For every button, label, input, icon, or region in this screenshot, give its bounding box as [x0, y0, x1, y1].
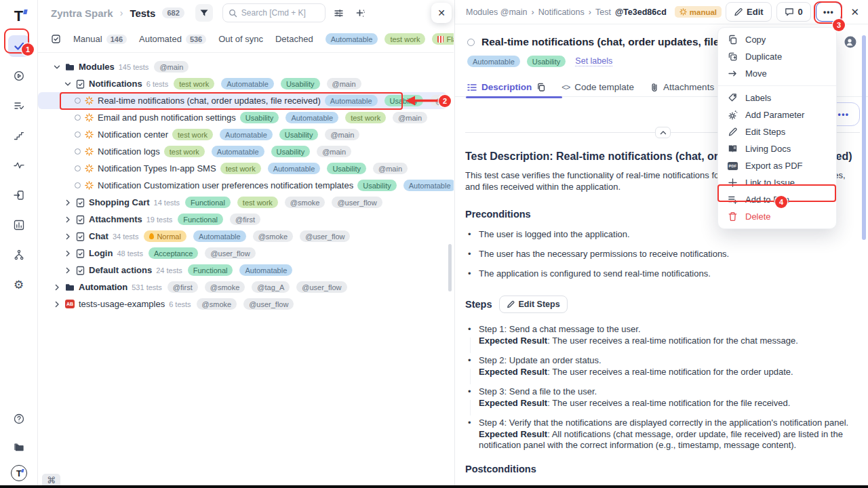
- tree-row-default-actions[interactable]: Default actions 24 tests FunctionalAutom…: [38, 262, 454, 279]
- edit-button[interactable]: Edit: [726, 2, 772, 22]
- sliders-icon: [334, 8, 344, 18]
- tree-row-email-push-settings[interactable]: Email and push notification settings Usa…: [38, 109, 454, 126]
- help-button[interactable]: [8, 408, 30, 430]
- detail-breadcrumb: Modules @main › Notifications › Test @Te…: [466, 7, 667, 17]
- menu-item-duplicate[interactable]: Duplicate: [718, 48, 836, 65]
- search-box[interactable]: [222, 3, 326, 22]
- select-check-icon: [51, 34, 61, 44]
- menu-item-labels[interactable]: Labels: [718, 89, 836, 106]
- tree-row-shopping-cart[interactable]: Shopping Cart 14 tests Functionaltest wo…: [38, 194, 454, 211]
- chevron-right-icon[interactable]: [53, 300, 61, 308]
- tree-row-notification-customization[interactable]: Notification Customization user preferen…: [38, 177, 454, 194]
- menu-item-delete[interactable]: Delete: [718, 208, 836, 225]
- left-scrollbar-thumb[interactable]: [448, 244, 452, 291]
- cmd-key-badge: ⌘: [42, 474, 60, 486]
- tree-row-login[interactable]: Login 48 tests Acceptance@user_flow: [38, 245, 454, 262]
- breadcrumb-notifications[interactable]: Notifications: [538, 7, 585, 17]
- chip--main: @main: [373, 163, 408, 174]
- tree-row-notification-types[interactable]: Notification Types In-app SMS test workA…: [38, 160, 454, 177]
- breadcrumb-modules[interactable]: Modules @main: [466, 7, 528, 17]
- tree-row-chat[interactable]: Chat 34 tests NormalAutomatable@smoke@us…: [38, 228, 454, 245]
- parameter-gear-icon: [728, 110, 738, 120]
- chip-automatable: Automatable: [193, 230, 246, 242]
- view-settings-button[interactable]: [331, 5, 347, 21]
- menu-item-move[interactable]: Move: [718, 65, 836, 82]
- tree-row-modules[interactable]: Modules 145 tests @main: [38, 58, 454, 75]
- app-logo-icon[interactable]: T: [8, 5, 30, 27]
- tab-code-template[interactable]: <> Code template: [561, 82, 634, 92]
- tree-row-notification-logs[interactable]: Notification logs test workAutomatableUs…: [38, 143, 454, 160]
- workspace-avatar[interactable]: T: [11, 465, 27, 481]
- sidebar-item-requirements[interactable]: [8, 184, 30, 206]
- create-with-ai-button[interactable]: [353, 5, 369, 21]
- status-circle-icon[interactable]: [467, 39, 475, 46]
- tree-row-notification-center[interactable]: Notification center test workAutomatable…: [38, 126, 454, 143]
- tab-attachments[interactable]: Attachments: [650, 82, 714, 92]
- tag-icon: [728, 93, 738, 103]
- left-icon-rail: T ⚙: [0, 0, 38, 488]
- copy-icon[interactable]: [536, 83, 545, 92]
- chip-test-work[interactable]: test work: [384, 33, 425, 45]
- tree-row-automation[interactable]: Automation 531 tests @first@smoke@tag_A@…: [38, 279, 454, 296]
- comment-bubble-icon: [785, 7, 794, 16]
- sidebar-item-runs[interactable]: [8, 65, 30, 87]
- edit-steps-button[interactable]: Edit Steps: [499, 296, 568, 313]
- sidebar-item-branches[interactable]: [8, 244, 30, 266]
- chip-functional: Functional: [178, 214, 223, 225]
- annotation-arrow-2: [404, 94, 442, 107]
- tab-description[interactable]: Description: [467, 82, 545, 92]
- right-scrollbar-thumb[interactable]: [862, 35, 866, 240]
- tree-row-attachments[interactable]: Attachments 19 tests Functional@first: [38, 211, 454, 228]
- comments-count: 0: [798, 7, 803, 17]
- filter-button[interactable]: [195, 4, 213, 22]
- chip-automatable[interactable]: Automatable: [326, 33, 378, 45]
- bulk-select-button[interactable]: [51, 31, 61, 47]
- sidebar-item-analytics[interactable]: [8, 214, 30, 236]
- chevron-right-icon[interactable]: [53, 283, 61, 291]
- chevron-right-icon[interactable]: [64, 216, 72, 224]
- menu-item-link-to-issue[interactable]: Link to Issue: [718, 174, 836, 191]
- breadcrumb-project[interactable]: Zyntra Spark: [51, 7, 113, 19]
- spark-icon: [85, 96, 94, 105]
- close-detail-button[interactable]: ✕: [846, 3, 864, 21]
- tab-automated[interactable]: Automated536: [139, 34, 206, 44]
- tree-row-realtime-notifications[interactable]: Real-time notifications (chat, order upd…: [38, 92, 447, 109]
- chip-automatable: Automatable: [467, 56, 520, 67]
- chevron-right-icon[interactable]: [64, 249, 72, 258]
- menu-item-export-pdf[interactable]: PDF Export as PDF: [718, 157, 836, 174]
- menu-item-living-docs[interactable]: Living Docs: [718, 140, 836, 157]
- menu-item-add-parameter[interactable]: Add Parameter: [718, 106, 836, 123]
- chevron-right-icon[interactable]: [64, 199, 72, 207]
- tab-detached[interactable]: Detached: [275, 34, 313, 44]
- sidebar-item-settings[interactable]: ⚙: [8, 274, 30, 296]
- chevron-down-icon[interactable]: [53, 63, 61, 71]
- sidebar-item-milestones[interactable]: [8, 125, 30, 146]
- collapse-description-button[interactable]: [655, 127, 671, 138]
- tree-row-tests-usage-examples[interactable]: AB tests-usage-examples 6 tests @smoke@u…: [38, 296, 454, 312]
- sidebar-item-activity[interactable]: [8, 155, 30, 176]
- menu-item-copy[interactable]: Copy: [718, 31, 836, 48]
- projects-button[interactable]: [8, 436, 30, 458]
- comments-button[interactable]: 0: [776, 2, 811, 22]
- chevron-down-icon[interactable]: [64, 80, 72, 88]
- chip-automatable: Automatable: [285, 112, 338, 123]
- chip-flaky[interactable]: Flaky: [432, 33, 454, 45]
- menu-item-edit-steps[interactable]: Edit Steps: [718, 123, 836, 140]
- set-labels-link[interactable]: Set labels: [575, 56, 612, 66]
- close-panel-button[interactable]: ✕: [431, 3, 452, 23]
- chevron-right-icon[interactable]: [64, 232, 72, 241]
- close-icon: ✕: [851, 6, 860, 18]
- chip--first: @first: [167, 281, 198, 293]
- tab-out-of-sync[interactable]: Out of sync: [218, 34, 263, 44]
- sidebar-item-plans[interactable]: [8, 95, 30, 117]
- tab-manual[interactable]: Manual146: [73, 34, 127, 44]
- chevron-right-icon[interactable]: [64, 266, 72, 274]
- status-circle-icon: [75, 115, 81, 121]
- chip-automatable: Automatable: [325, 95, 378, 106]
- chip-acceptance: Acceptance: [149, 247, 198, 259]
- folder-icon: [65, 283, 75, 291]
- tree-row-notifications[interactable]: Notifications 6 tests test workAutomatab…: [38, 75, 454, 92]
- search-icon: [229, 9, 237, 18]
- search-input[interactable]: [241, 8, 317, 18]
- assignee-avatar-icon[interactable]: [844, 35, 857, 49]
